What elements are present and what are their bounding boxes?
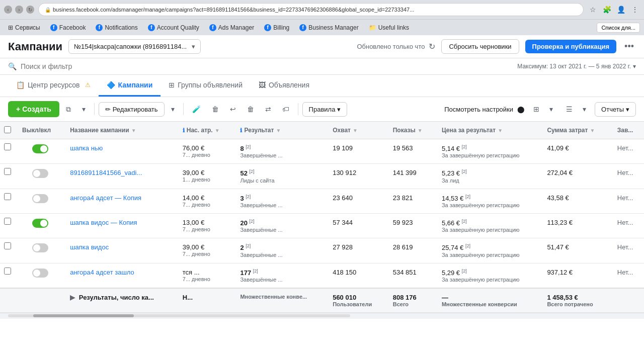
spend-sort-icon: ▼ xyxy=(590,128,595,133)
th-impressions[interactable]: Показы ▼ xyxy=(387,122,436,139)
th-cost-per-result[interactable]: Цена за результат ▼ xyxy=(436,122,541,139)
duplicate-chevron[interactable]: ▾ xyxy=(77,102,90,117)
row-reach-cell-4: 57 344 xyxy=(327,213,387,238)
column-view-button[interactable]: ☰ xyxy=(561,102,577,117)
extensions-icon[interactable]: 🧩 xyxy=(602,5,612,15)
menu-icon[interactable]: ⋮ xyxy=(630,5,640,15)
reload-button[interactable]: ↻ xyxy=(26,6,34,14)
bookmark-icon[interactable]: ☆ xyxy=(588,5,598,15)
address-bar[interactable]: 🔒 business.facebook.com/adsmanager/manag… xyxy=(38,3,584,16)
select-all-header[interactable] xyxy=(0,122,16,139)
bookmark-notifications[interactable]: f Notifications xyxy=(92,22,141,33)
row-more-cell-6: Нет... xyxy=(611,263,644,288)
tab-ad-groups[interactable]: ⊞ Группы объявлений xyxy=(160,75,251,97)
toggle-3[interactable] xyxy=(32,194,48,203)
publish-button[interactable]: Проверка и публикация xyxy=(525,40,617,53)
bookmark-billing[interactable]: f Billing xyxy=(260,22,293,33)
campaign-link-4[interactable]: шапка видос — Копия xyxy=(70,219,137,226)
create-button[interactable]: + Создать xyxy=(8,101,59,117)
more-options-button[interactable]: ••• xyxy=(622,39,636,54)
toggle-5[interactable] xyxy=(32,243,48,252)
tab-resource-center[interactable]: 📋 Центр ресурсов ⚠ xyxy=(8,75,99,97)
toggle-4[interactable] xyxy=(32,219,48,228)
forward-button[interactable]: › xyxy=(15,6,23,14)
footer-reach: 560 010 xyxy=(333,294,381,301)
tag-button[interactable]: 🏷 xyxy=(278,102,294,117)
bookmark-business-manager[interactable]: f Business Manager xyxy=(295,22,362,33)
redo-button[interactable]: 🗑 xyxy=(243,102,259,117)
campaign-link-3[interactable]: ангора4 адсет — Копия xyxy=(70,194,141,202)
footer-cost-sub: Множественные конверсии xyxy=(442,301,535,307)
row-checkbox-6[interactable] xyxy=(4,268,11,275)
duplicate-button[interactable]: ⧉ xyxy=(61,102,75,117)
toggle-6[interactable] xyxy=(32,269,48,278)
scrollbar-thumb[interactable] xyxy=(33,314,134,317)
th-reach[interactable]: Охват ▼ xyxy=(327,122,387,139)
campaign-link-1[interactable]: шапка нью xyxy=(70,144,103,152)
toggle-2[interactable] xyxy=(32,169,48,178)
column-view-chevron[interactable]: ▾ xyxy=(578,102,591,117)
account-quality-fb-icon: f xyxy=(148,24,155,31)
horizontal-scrollbar[interactable] xyxy=(0,313,644,319)
select-all-checkbox[interactable] xyxy=(4,126,11,133)
table-row: шапка нью 76,00 € 7... дневно 8 [2] Заве… xyxy=(0,139,644,164)
th-budget[interactable]: ℹ Нас. атр. ▼ xyxy=(177,122,234,139)
list-button[interactable]: Список для... xyxy=(597,23,640,33)
reset-drafts-button[interactable]: Сбросить черновики xyxy=(441,39,519,54)
undo-button[interactable]: ↩ xyxy=(225,102,240,117)
footer-checkbox-cell xyxy=(0,288,16,313)
edit-chevron[interactable]: ▾ xyxy=(167,102,179,117)
column-toggle: ☰ ▾ xyxy=(561,102,591,117)
row-checkbox-4[interactable] xyxy=(4,218,11,225)
campaign-link-2[interactable]: 89168911841566_vadi... xyxy=(70,169,142,176)
row-checkbox-2[interactable] xyxy=(4,168,11,175)
row-budget-cell-6: тся ... 7... дневно xyxy=(177,263,234,288)
share-button[interactable]: ⇄ xyxy=(261,102,276,117)
row-checkbox-cell[interactable] xyxy=(0,164,16,189)
row-name-cell-6: ангора4 адсет зашло xyxy=(64,263,177,288)
grid-view-button[interactable]: ⊞ xyxy=(529,102,544,117)
th-result[interactable]: ℹ Результат ▼ xyxy=(234,122,327,139)
bookmark-services[interactable]: ⊞ Сервисы xyxy=(4,22,44,33)
toggle-1[interactable] xyxy=(32,144,48,153)
row-cost-cell-3: 14,53 € [2] За завершённую регистрацию xyxy=(436,189,541,213)
row-checkbox-5[interactable] xyxy=(4,242,11,249)
edit-button[interactable]: ✏ Редактировать xyxy=(99,102,165,117)
th-name[interactable]: Название кампании ▼ xyxy=(64,122,177,139)
bookmark-useful-links[interactable]: 📁 Useful links xyxy=(365,22,413,33)
th-total-spend[interactable]: Сумма затрат ▼ xyxy=(541,122,611,139)
profile-icon[interactable]: 👤 xyxy=(616,5,626,15)
row-checkbox-cell[interactable] xyxy=(0,189,16,213)
grid-view-chevron[interactable]: ▾ xyxy=(545,102,557,117)
row-toggle-cell-6 xyxy=(16,263,64,288)
bookmark-facebook[interactable]: f Facebook xyxy=(46,22,90,33)
row-checkbox-cell[interactable] xyxy=(0,213,16,238)
th-toggle: Выкл/вкл xyxy=(16,122,64,139)
rules-button[interactable]: Правила ▾ xyxy=(302,102,348,117)
bookmark-ads-manager[interactable]: f Ads Manager xyxy=(205,22,258,33)
account-selector[interactable]: №154|skacpa|сапожки (8916891184... ▾ xyxy=(68,39,201,54)
row-checkbox-3[interactable] xyxy=(4,193,11,200)
row-checkbox-cell[interactable] xyxy=(0,238,16,263)
search-input[interactable] xyxy=(21,62,172,70)
bookmark-account-quality[interactable]: f Account Quality xyxy=(144,22,203,33)
test-icon: 🧪 xyxy=(192,105,201,113)
row-checkbox-cell[interactable] xyxy=(0,263,16,288)
footer-expand-icon[interactable]: ▶ xyxy=(70,294,75,301)
row-impressions-5: 28 619 xyxy=(393,243,413,251)
row-checkbox-cell[interactable] xyxy=(0,139,16,164)
th-more: Зав... xyxy=(611,122,644,139)
test-button[interactable]: 🧪 xyxy=(188,102,205,117)
row-reach-cell-2: 130 912 xyxy=(327,164,387,189)
campaign-link-6[interactable]: ангора4 адсет зашло xyxy=(70,269,134,276)
delete-button[interactable]: 🗑 xyxy=(207,102,223,117)
row-checkbox-1[interactable] xyxy=(4,143,11,150)
reports-button[interactable]: Отчеты ▾ xyxy=(595,102,636,117)
tab-campaigns[interactable]: 🔷 Кампании xyxy=(99,75,161,97)
toolbar-separator-3 xyxy=(298,103,298,115)
campaign-link-5[interactable]: шапка видос xyxy=(70,243,109,251)
refresh-button[interactable]: ↻ xyxy=(429,42,435,51)
tab-ads[interactable]: 🖼 Объявления xyxy=(251,75,317,97)
trash-icon: 🗑 xyxy=(212,105,219,113)
back-button[interactable]: ‹ xyxy=(4,6,12,14)
